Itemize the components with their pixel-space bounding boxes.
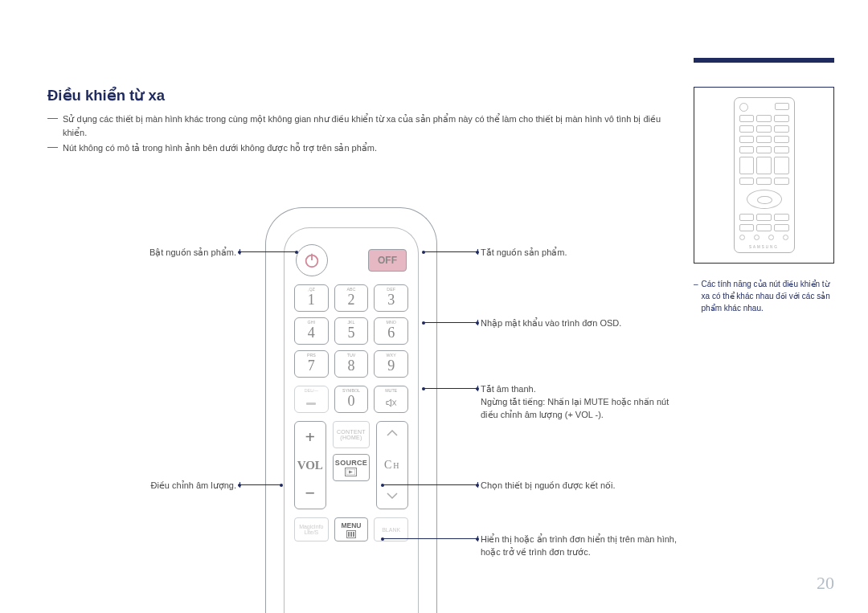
intro-note-1: ―Sử dụng các thiết bị màn hình khác tron… bbox=[47, 112, 666, 145]
power-button bbox=[296, 244, 328, 276]
section-title: Điều khiển từ xa bbox=[47, 87, 165, 104]
magicinfo-button: MagicInfo Lite/S bbox=[294, 517, 329, 541]
key-8: TUV8 bbox=[334, 350, 369, 378]
callout-keypad: Nhập mật khẩu vào trình đơn OSD. bbox=[481, 317, 674, 330]
mute-button: MUTE bbox=[374, 386, 408, 413]
callout-menu: Hiển thị hoặc ẩn trình đơn hiển thị trên… bbox=[481, 533, 690, 559]
callout-source: Chọn thiết bị nguồn được kết nối. bbox=[481, 480, 690, 492]
key-3: DEF3 bbox=[374, 284, 408, 312]
remote-illustration: OFF ,QZ1 ABC2 DEF3 GHI4 JKL5 MNO6 PRS7 T… bbox=[265, 207, 437, 613]
header-divider bbox=[694, 58, 834, 63]
callout-power-on: Bật nguồn sản phẩm. bbox=[132, 247, 236, 260]
content-home-button: CONTENT (HOME) bbox=[333, 421, 371, 448]
off-button: OFF bbox=[368, 249, 407, 272]
key-7: PRS7 bbox=[294, 350, 329, 378]
intro-note-2: ―Nút không có mô tả trong hình ảnh bên d… bbox=[47, 141, 666, 161]
source-button: SOURCE bbox=[333, 454, 371, 481]
remote-thumbnail: SAMSUNG bbox=[694, 87, 834, 264]
power-icon bbox=[303, 251, 321, 269]
svg-marker-5 bbox=[349, 471, 353, 474]
key-4: GHI4 bbox=[294, 317, 329, 345]
source-icon bbox=[345, 468, 357, 476]
callout-mute-line2: Ngừng tắt tiếng: Nhấn lại MUTE hoặc nhấn… bbox=[481, 396, 674, 422]
key-6: MNO6 bbox=[374, 317, 408, 345]
del-button: DEL/— bbox=[294, 386, 329, 413]
chevron-down-icon bbox=[385, 491, 399, 502]
side-note: – Các tính năng của nút điều khiển từ xa… bbox=[694, 278, 834, 314]
callout-power-off: Tắt nguồn sản phẩm. bbox=[481, 247, 674, 260]
page-number: 20 bbox=[817, 573, 834, 594]
menu-button: MENU bbox=[334, 517, 369, 541]
callout-volume: Điều chỉnh âm lượng. bbox=[124, 480, 236, 492]
mute-icon bbox=[385, 397, 397, 409]
key-5: JKL5 bbox=[334, 317, 369, 345]
key-0: SYMBOL0 bbox=[334, 386, 369, 413]
keypad: ,QZ1 ABC2 DEF3 GHI4 JKL5 MNO6 PRS7 TUV8 … bbox=[294, 284, 408, 378]
volume-button: + VOL − bbox=[294, 421, 326, 509]
chevron-up-icon bbox=[385, 428, 399, 439]
key-2: ABC2 bbox=[334, 284, 369, 312]
channel-button: Ch bbox=[376, 421, 408, 509]
key-1: ,QZ1 bbox=[294, 284, 329, 312]
key-9: WXY9 bbox=[374, 350, 408, 378]
menu-icon bbox=[346, 530, 356, 538]
callout-mute-line1: Tắt âm thanh. bbox=[481, 383, 674, 396]
callout-mute: Tắt âm thanh. Ngừng tắt tiếng: Nhấn lại … bbox=[481, 383, 674, 422]
